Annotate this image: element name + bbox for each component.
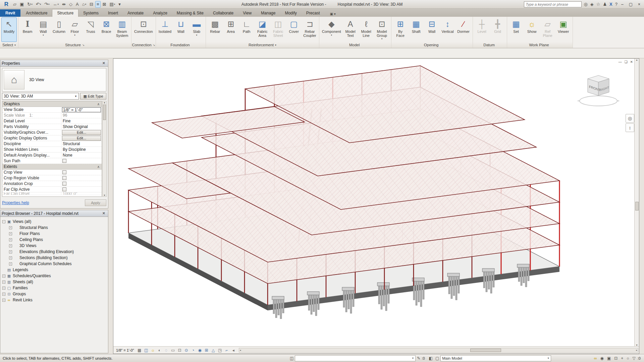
active-option-only-icon[interactable]: ▢ — [434, 356, 440, 361]
ribbon-button[interactable]: ⊥ Isolated — [157, 17, 173, 42]
minimize-button[interactable]: – — [620, 2, 625, 7]
ribbon-button[interactable]: ▩ Rebar — [207, 17, 223, 42]
ribbon-button[interactable]: ▦ Shaft — [409, 17, 424, 42]
ribbon-button[interactable]: I Beam — [20, 17, 35, 42]
design-option-combo[interactable]: Main Model▼ — [440, 355, 551, 361]
drawing-area[interactable]: — ❏ ✕ — [113, 58, 639, 354]
ribbon-button[interactable]: ▱ Floor ▾ — [67, 17, 83, 42]
property-row[interactable]: Sun Path — [2, 158, 102, 164]
tree-item[interactable]: + Elevations (Building Elevation) — [0, 249, 108, 255]
edit-button[interactable]: Edit... — [62, 136, 101, 141]
property-row[interactable]: Graphic Display Options Edit... — [2, 135, 102, 141]
tree-item[interactable]: + Ceiling Plans — [0, 237, 108, 243]
qat-button[interactable]: ⇹ — [61, 1, 67, 8]
view-control-icon[interactable]: ⊞ — [203, 347, 210, 353]
tree-item[interactable]: + Structural Plans — [0, 225, 108, 231]
property-row[interactable]: Graphics ∧ — [2, 101, 102, 107]
property-row[interactable]: Crop Region Visible — [2, 175, 102, 181]
property-row[interactable]: Crop View — [2, 170, 102, 175]
search-input[interactable] — [524, 1, 582, 7]
ribbon-button[interactable]: ⊠ Brace — [99, 17, 114, 42]
ribbon-button[interactable]: ⊟ Wall — [424, 17, 440, 42]
ribbon-button[interactable]: ◫ Fabric Sheet — [270, 17, 286, 42]
property-row[interactable]: Annotation Crop — [2, 181, 102, 187]
property-row[interactable]: Discipline Structural — [2, 141, 102, 147]
view-control-icon[interactable]: ◌ — [163, 347, 170, 353]
close-icon[interactable]: ✕ — [101, 211, 107, 216]
ribbon-tab[interactable]: Manage — [256, 9, 280, 17]
expand-plus-icon[interactable]: + — [9, 262, 12, 265]
properties-header[interactable]: Properties ✕ — [0, 60, 108, 67]
ribbon-button[interactable]: ∟ Path — [239, 17, 254, 42]
expand-plus-icon[interactable]: + — [9, 232, 12, 235]
ribbon-button[interactable]: ◆ Component ▾ — [321, 17, 342, 42]
expand-plus-icon[interactable]: + — [2, 299, 5, 302]
ribbon-tab[interactable]: Revit — [0, 9, 20, 17]
titlebar-icon[interactable]: X — [609, 2, 612, 7]
view-control-icon[interactable]: △ — [210, 347, 217, 353]
restore-button[interactable]: ▢ — [627, 2, 634, 7]
properties-scrollbar[interactable]: ▲▼ — [102, 101, 107, 197]
tree-item[interactable]: + ▥ Sheets (all) — [0, 279, 108, 285]
expand-plus-icon[interactable]: + — [2, 275, 5, 278]
tree-item[interactable]: ▤ Legends — [0, 267, 108, 273]
ribbon-button[interactable]: ☼ Show — [524, 17, 540, 42]
tree-item[interactable]: + ∞ Revit Links — [0, 297, 108, 303]
view-control-icon[interactable]: ◔ — [190, 347, 197, 353]
ribbon-button[interactable]: ▥ Beam System — [114, 17, 130, 42]
panel-label-structure[interactable]: Structure↘ — [18, 42, 131, 48]
property-row[interactable]: Far Clip Active — [2, 187, 102, 192]
selection-toggle-icon[interactable]: ◉ — [599, 356, 605, 361]
steering-wheel-icon[interactable]: ◎ — [626, 114, 634, 123]
ribbon-tab[interactable]: Annotate — [123, 9, 148, 17]
titlebar-icon[interactable]: ◎ — [584, 2, 587, 7]
ribbon-button[interactable]: ▯ Column — [51, 17, 67, 42]
qat-button[interactable]: ↷ ▾ — [43, 1, 51, 8]
close-button[interactable]: × — [636, 2, 642, 7]
expand-plus-icon[interactable]: + — [9, 244, 12, 247]
checkbox[interactable] — [62, 170, 66, 174]
titlebar-icon[interactable]: ♟ — [603, 2, 607, 7]
panel-label-select[interactable]: Select▾ — [0, 42, 18, 48]
collapse-icon[interactable]: ∧ — [97, 165, 102, 169]
qat-button[interactable]: ▱ — [12, 1, 18, 8]
qat-button[interactable]: ▾ — [117, 1, 122, 8]
ribbon-button[interactable]: ↕ Vertical — [440, 17, 455, 42]
view-scale-button[interactable]: 1/8" = 1'-0" — [115, 348, 136, 352]
vertical-scrollbar[interactable]: ▲▼ — [634, 59, 639, 346]
view-close-icon[interactable]: ✕ — [630, 60, 633, 64]
property-row[interactable]: Show Hidden Lines By Discipline — [2, 147, 102, 153]
view-control-icon[interactable]: ⌐ — [223, 347, 230, 353]
ribbon-button[interactable]: ⊡ Connection — [133, 17, 154, 42]
panel-label-model[interactable]: Model — [319, 42, 391, 48]
tree-item[interactable]: + ▦ Schedules/Quantities — [0, 273, 108, 279]
property-row[interactable]: Parts Visibility Show Original — [2, 124, 102, 130]
panel-label-foundation[interactable]: Foundation — [156, 42, 206, 48]
ribbon-button[interactable]: ⊔ Wall — [173, 17, 189, 42]
ribbon-tab[interactable]: Collaborate — [208, 9, 238, 17]
expand-plus-icon[interactable]: + — [9, 226, 12, 229]
tree-item[interactable]: + Floor Plans — [0, 231, 108, 237]
expand-plus-icon[interactable]: + — [2, 281, 5, 284]
close-icon[interactable]: ✕ — [101, 61, 107, 65]
view-control-icon[interactable]: ⊙ — [183, 347, 190, 353]
qat-button[interactable]: ↶ ▾ — [35, 1, 42, 8]
ribbon-button[interactable]: ▣ Viewer — [556, 17, 571, 42]
workset-combo[interactable]: ▼ — [295, 355, 416, 361]
tree-item[interactable]: + ▢ Families — [0, 285, 108, 291]
tree-item[interactable]: + Sections (Building Section) — [0, 255, 108, 261]
view-restore-icon[interactable]: ❏ — [625, 60, 628, 64]
ribbon-tab[interactable]: Insert — [103, 9, 123, 17]
property-row[interactable]: Extents ∧ — [2, 164, 102, 170]
type-selector[interactable]: ⌂ 3D View — [2, 68, 106, 92]
expand-plus-icon[interactable]: + — [9, 250, 12, 253]
tree-item[interactable]: + 3D Views — [0, 243, 108, 249]
titlebar-icon[interactable]: ☆ — [596, 2, 600, 7]
apply-button[interactable]: Apply — [85, 199, 106, 206]
qat-button[interactable]: ▤ ▾ — [108, 1, 116, 8]
tree-item[interactable]: + Graphical Column Schedules — [0, 261, 108, 267]
view-control-icon[interactable]: ◐ — [156, 347, 163, 353]
edit-type-button[interactable]: ▦ Edit Type — [80, 93, 106, 100]
type-selector-combo[interactable]: 3D View: 3D AM ▼ — [2, 93, 79, 100]
expand-plus-icon[interactable]: + — [9, 256, 12, 259]
